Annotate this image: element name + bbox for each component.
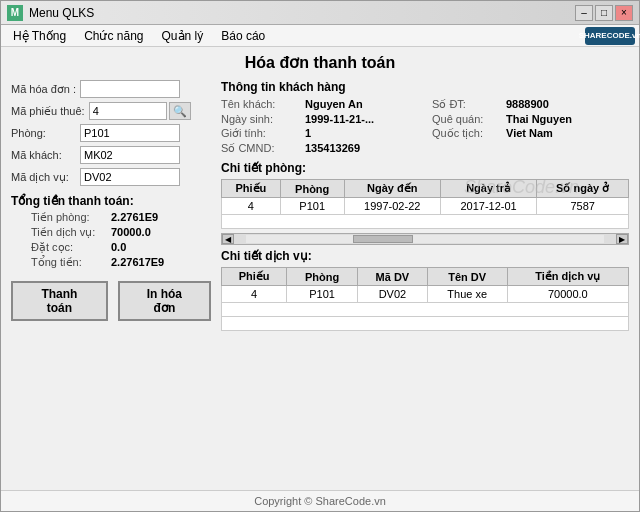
tien-phong-row: Tiền phòng: 2.2761E9 [11, 211, 211, 224]
que-quan-label: Quê quán: [432, 113, 502, 125]
footer-text: Copyright © ShareCode.vn [254, 495, 386, 507]
room-col-ngay-den: Ngày đến [344, 180, 440, 198]
svc-empty-row2 [222, 317, 629, 331]
room-row-phong: P101 [280, 198, 344, 215]
scroll-right-arrow[interactable]: ▶ [616, 234, 628, 244]
right-area: Thông tin khách hàng Tên khách: Nguyen A… [221, 80, 629, 335]
svc-empty-row1 [222, 303, 629, 317]
title-bar-left: M Menu QLKS [7, 5, 94, 21]
service-table-header: Phiếu Phòng Mã DV Tên DV Tiền dịch vụ [222, 268, 629, 286]
ma-dich-vu-input[interactable] [80, 168, 180, 186]
ma-phieu-thue-input[interactable] [89, 102, 167, 120]
main-window: M Menu QLKS – □ × Hệ Thống Chức năng Quả… [0, 0, 640, 512]
ma-dich-vu-label: Mã dịch vụ: [11, 171, 76, 184]
svc-col-tien: Tiền dịch vụ [507, 268, 628, 286]
ma-phieu-search-group: 🔍 [89, 102, 191, 120]
ma-hoa-don-label: Mã hóa đơn : [11, 83, 76, 96]
que-quan-value: Thai Nguyen [506, 113, 629, 125]
gioi-tinh-label: Giới tính: [221, 127, 301, 140]
ten-khach-label: Tên khách: [221, 98, 301, 111]
search-button[interactable]: 🔍 [169, 102, 191, 120]
so-dt-value: 9888900 [506, 98, 629, 111]
menu-bar: Hệ Thống Chức năng Quản lý Báo cáo SHARE… [1, 25, 639, 47]
ma-phieu-thue-label: Mã phiếu thuê: [11, 105, 85, 118]
footer: Copyright © ShareCode.vn [1, 490, 639, 511]
phong-row: Phòng: [11, 124, 211, 142]
room-col-phieu: Phiếu [222, 180, 281, 198]
page-title: Hóa đơn thanh toán [11, 53, 629, 72]
gioi-tinh-value: 1 [305, 127, 428, 140]
phong-input[interactable] [80, 124, 180, 142]
scroll-left-arrow[interactable]: ◀ [222, 234, 234, 244]
tien-phong-value: 2.2761E9 [111, 211, 158, 224]
so-cmnd-value: 135413269 [305, 142, 428, 155]
dat-coc-label: Đặt cọc: [31, 241, 111, 254]
svc-row-tien: 70000.0 [507, 286, 628, 303]
room-scrollbar[interactable]: ◀ ▶ [221, 233, 629, 245]
service-detail-table-wrapper: Phiếu Phòng Mã DV Tên DV Tiền dịch vụ 4 … [221, 267, 629, 335]
svc-col-phong: Phòng [287, 268, 358, 286]
customer-info-title: Thông tin khách hàng [221, 80, 629, 94]
in-hoa-don-button[interactable]: In hóa đơn [118, 281, 211, 321]
phong-label: Phòng: [11, 127, 76, 139]
svc-row-ma-dv: DV02 [358, 286, 428, 303]
ten-khach-value: Nguyen An [305, 98, 428, 111]
left-form: Mã hóa đơn : Mã phiếu thuê: 🔍 Phòng: Mã … [11, 80, 211, 335]
customer-info-grid: Tên khách: Nguyen An Số ĐT: 9888900 Ngày… [221, 98, 629, 155]
tien-dich-vu-row: Tiền dịch vụ: 70000.0 [11, 226, 211, 239]
minimize-button[interactable]: – [575, 5, 593, 21]
maximize-button[interactable]: □ [595, 5, 613, 21]
svc-row-phong: P101 [287, 286, 358, 303]
menu-he-thong[interactable]: Hệ Thống [5, 27, 74, 45]
ma-hoa-don-input[interactable] [80, 80, 180, 98]
room-row-so-ngay: 7587 [537, 198, 629, 215]
room-col-ngay-tra: Ngày trả [440, 180, 536, 198]
room-empty-row1 [222, 215, 629, 229]
so-cmnd-label: Số CMND: [221, 142, 301, 155]
room-col-so-ngay: Số ngày ở [537, 180, 629, 198]
svc-col-ten-dv: Tên DV [427, 268, 507, 286]
ma-khach-row: Mã khách: [11, 146, 211, 164]
thanh-toan-button[interactable]: Thanh toán [11, 281, 108, 321]
room-detail-table-wrapper: Phiếu Phòng Ngày đến Ngày trả Số ngày ở … [221, 179, 629, 233]
close-button[interactable]: × [615, 5, 633, 21]
ma-khach-input[interactable] [80, 146, 180, 164]
quoc-tich-value: Viet Nam [506, 127, 629, 140]
quoc-tich-label: Quốc tịch: [432, 127, 502, 140]
menu-bao-cao[interactable]: Báo cáo [213, 27, 273, 45]
service-detail-table: Phiếu Phòng Mã DV Tên DV Tiền dịch vụ 4 … [221, 267, 629, 331]
svc-row-phieu: 4 [222, 286, 287, 303]
dat-coc-row: Đặt cọc: 0.0 [11, 241, 211, 254]
menu-chuc-nang[interactable]: Chức năng [76, 27, 151, 45]
room-row-ngay-den: 1997-02-22 [344, 198, 440, 215]
ngay-sinh-value: 1999-11-21-... [305, 113, 428, 125]
tong-tien-value: 2.27617E9 [111, 256, 164, 269]
sharecode-logo: SHARECODE.vn [585, 27, 635, 45]
ma-hoa-don-row: Mã hóa đơn : [11, 80, 211, 98]
scroll-thumb[interactable] [353, 235, 413, 243]
room-table-header: Phiếu Phòng Ngày đến Ngày trả Số ngày ở [222, 180, 629, 198]
so-dt-label: Số ĐT: [432, 98, 502, 111]
room-detail-title: Chi tiết phòng: [221, 161, 629, 175]
logo-text: SHARECODE.vn [585, 27, 635, 45]
main-content: ShareCode.vn Hóa đơn thanh toán Mã hóa đ… [1, 47, 639, 490]
tong-tien-label: Tổng tiền: [31, 256, 111, 269]
service-detail-title: Chi tiết dịch vụ: [221, 249, 629, 263]
room-row-phieu: 4 [222, 198, 281, 215]
tien-dich-vu-value: 70000.0 [111, 226, 151, 239]
dat-coc-value: 0.0 [111, 241, 126, 254]
window-icon: M [7, 5, 23, 21]
title-bar: M Menu QLKS – □ × [1, 1, 639, 25]
menu-quan-ly[interactable]: Quản lý [154, 27, 212, 45]
ma-phieu-thue-row: Mã phiếu thuê: 🔍 [11, 102, 211, 120]
tien-phong-label: Tiền phòng: [31, 211, 111, 224]
room-detail-table: Phiếu Phòng Ngày đến Ngày trả Số ngày ở … [221, 179, 629, 229]
window-controls: – □ × [575, 5, 633, 21]
svc-col-ma-dv: Mã DV [358, 268, 428, 286]
svc-row-ten-dv: Thue xe [427, 286, 507, 303]
room-col-phong: Phòng [280, 180, 344, 198]
window-title: Menu QLKS [29, 6, 94, 20]
room-table-row: 4 P101 1997-02-22 2017-12-01 7587 [222, 198, 629, 215]
tong-tien-row: Tổng tiền: 2.27617E9 [11, 256, 211, 269]
ngay-sinh-label: Ngày sinh: [221, 113, 301, 125]
